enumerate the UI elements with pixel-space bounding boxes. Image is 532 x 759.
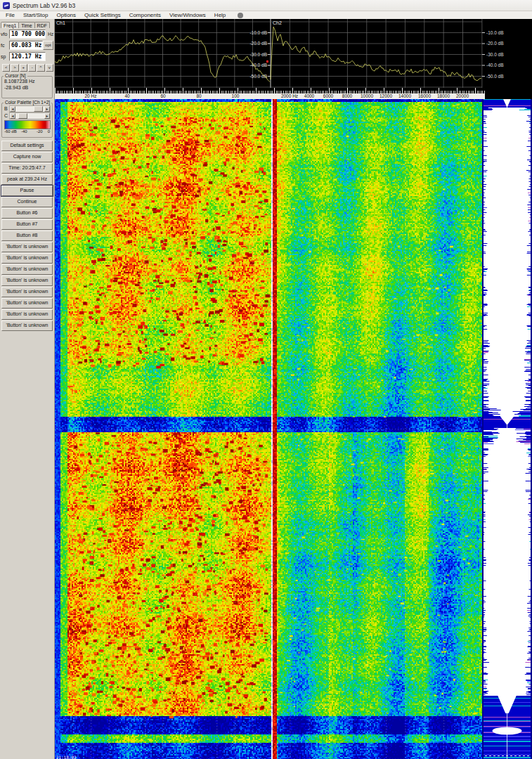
freq-down-button[interactable]: v bbox=[46, 64, 53, 72]
scale-minus20: -20 bbox=[37, 129, 43, 134]
ch2-tick-8000: 8000 bbox=[342, 93, 352, 99]
ch2-tick-20000: 20000 bbox=[456, 93, 469, 99]
freq-minus-button[interactable]: - bbox=[28, 64, 36, 72]
ch1-tick-20hz: 20 Hz bbox=[85, 93, 97, 99]
scale-minus40: -40 bbox=[21, 129, 27, 134]
sp-label: sp bbox=[1, 54, 9, 59]
contrast-right-arrow-icon[interactable]: ► bbox=[44, 113, 50, 119]
unknown-button-4[interactable]: 'Button' is unknown bbox=[1, 275, 53, 286]
ch1-db-20: -20.0 dB bbox=[249, 41, 267, 46]
cursor-groupbox: Cursor [N] 8.1087238 Hz -28.943 dB bbox=[1, 76, 53, 98]
ch1-db-10: -10.0 dB bbox=[249, 30, 267, 35]
menu-options[interactable]: Options bbox=[53, 12, 79, 18]
waterfall-area: 21:18:02 bbox=[55, 99, 532, 759]
unknown-button-5[interactable]: 'Button' is unknown bbox=[1, 287, 53, 297]
default-settings-button[interactable]: Default settings bbox=[1, 141, 53, 151]
ch2-tick-10000: 10000 bbox=[361, 93, 373, 99]
unknown-button-7[interactable]: 'Button' is unknown bbox=[1, 309, 53, 320]
freq-left-button[interactable]: < bbox=[2, 64, 10, 72]
contrast-left-arrow-icon[interactable]: ◄ bbox=[10, 113, 15, 119]
ch2-tick-12000: 12000 bbox=[379, 93, 392, 99]
ch2-db-10: -10.0 dB bbox=[486, 30, 504, 35]
ch1-db-50: -50.0 dB bbox=[249, 74, 267, 79]
fc-input[interactable]: 60.083 Hz bbox=[9, 41, 43, 50]
contrast-slider-row: C ◄ ► bbox=[4, 112, 51, 119]
peak-button[interactable]: peak at 239.24 Hz bbox=[1, 174, 53, 185]
brightness-thumb[interactable] bbox=[34, 106, 43, 112]
vfo-label: vfo bbox=[1, 32, 9, 37]
ch2-db-40: -40.0 dB bbox=[486, 63, 504, 67]
menu-help[interactable]: Help bbox=[211, 12, 229, 18]
fc-label: fc bbox=[1, 43, 9, 48]
palette-gradient bbox=[4, 120, 51, 129]
tab-time[interactable]: Time bbox=[18, 22, 34, 28]
menu-quick-settings[interactable]: Quick Settings bbox=[81, 12, 124, 18]
ch2-db-50: -50.0 dB bbox=[486, 74, 504, 79]
freq-plus-button[interactable]: + bbox=[20, 64, 27, 72]
ch1-db-30: -30.0 dB bbox=[249, 52, 267, 57]
time-button[interactable]: Time: 20:25:47.7 bbox=[1, 163, 53, 174]
main-display-area: Ch1 Ch2 -10.0 dB -20.0 dB -30.0 dB -40.0… bbox=[55, 19, 532, 759]
palette-scale: -60 dB -40 -20 0 bbox=[4, 129, 51, 135]
tab-freq1[interactable]: Freq1 bbox=[1, 22, 19, 28]
ch2-label: Ch2 bbox=[273, 20, 282, 25]
cursor-group-title: Cursor [N] bbox=[4, 73, 27, 78]
freq-nav-buttons: < > + - ^ v bbox=[1, 64, 53, 72]
ch1-tick-40: 40 bbox=[124, 93, 129, 99]
status-circle-icon bbox=[238, 13, 243, 18]
brightness-slider-row: B ◄ ► bbox=[4, 105, 51, 112]
ch2-tick-18000: 18000 bbox=[437, 93, 450, 99]
menu-file[interactable]: File bbox=[2, 12, 18, 18]
capture-now-button[interactable]: Capture now bbox=[1, 152, 53, 162]
ch2-db-20: -20.0 dB bbox=[486, 41, 504, 46]
frequency-ruler[interactable]: 20 Hz 40 60 80 100 2000 Hz 4000 6000 800… bbox=[55, 88, 532, 99]
fc-row: fc 60.083 Hz opt bbox=[1, 40, 53, 51]
unknown-button-1[interactable]: 'Button' is unknown bbox=[1, 242, 53, 252]
ch2-tick-2000: 2000 Hz bbox=[281, 93, 298, 99]
button-8[interactable]: Button #8 bbox=[1, 231, 53, 241]
contrast-label: C bbox=[4, 113, 9, 118]
control-sidebar: Freq1 Time RDF vfo 10 700 000 Hz fc 60.0… bbox=[0, 19, 55, 759]
contrast-slider[interactable]: ◄ ► bbox=[9, 112, 51, 119]
menu-components[interactable]: Components bbox=[126, 12, 164, 18]
scale-minus60: -60 dB bbox=[4, 129, 17, 134]
spectrum-plot[interactable]: Ch1 Ch2 -10.0 dB -20.0 dB -30.0 dB -40.0… bbox=[55, 19, 532, 88]
ch2-tick-14000: 14000 bbox=[398, 93, 411, 99]
freq-right-button[interactable]: > bbox=[11, 64, 18, 72]
sidebar-button-list: Default settings Capture now Time: 20:25… bbox=[1, 141, 53, 331]
sp-row: sp 120.17 Hz bbox=[1, 51, 53, 62]
scale-zero: 0 bbox=[48, 129, 50, 134]
waterfall-display[interactable] bbox=[55, 99, 482, 759]
vfo-unit: Hz bbox=[46, 32, 53, 37]
amplitude-strip[interactable] bbox=[482, 99, 532, 759]
ch1-tick-60: 60 bbox=[160, 93, 165, 99]
vfo-input[interactable]: 10 700 000 bbox=[9, 30, 46, 39]
menu-view-windows[interactable]: View/Windows bbox=[166, 12, 209, 18]
unknown-button-6[interactable]: 'Button' is unknown bbox=[1, 298, 53, 309]
ch2-tick-4000: 4000 bbox=[304, 93, 314, 99]
sp-input[interactable]: 120.17 Hz bbox=[9, 52, 46, 61]
menu-start-stop[interactable]: Start/Stop bbox=[20, 12, 52, 18]
unknown-button-3[interactable]: 'Button' is unknown bbox=[1, 264, 53, 275]
unknown-button-8[interactable]: 'Button' is unknown bbox=[1, 320, 53, 331]
palette-group-title: Color Palette [Ch 1+2] bbox=[4, 100, 51, 105]
vfo-row: vfo 10 700 000 Hz bbox=[1, 29, 53, 39]
freq-up-button[interactable]: ^ bbox=[37, 64, 44, 72]
tab-rdf[interactable]: RDF bbox=[34, 22, 50, 28]
contrast-thumb[interactable] bbox=[18, 113, 27, 119]
button-7[interactable]: Button #7 bbox=[1, 219, 53, 230]
brightness-left-arrow-icon[interactable]: ◄ bbox=[10, 106, 15, 112]
brightness-right-arrow-icon[interactable]: ► bbox=[44, 106, 50, 112]
app-icon bbox=[3, 2, 10, 9]
ch2-tick-6000: 6000 bbox=[323, 93, 333, 99]
ch1-tick-80: 80 bbox=[196, 93, 201, 99]
pause-button[interactable]: Pause bbox=[1, 186, 53, 196]
freq-tabs: Freq1 Time RDF bbox=[1, 20, 53, 28]
ch1-tick-100: 100 bbox=[232, 93, 240, 99]
ch2-db-scale: -10.0 dB -20.0 dB -30.0 dB -40.0 dB -50.… bbox=[486, 30, 504, 79]
continue-button[interactable]: Continue bbox=[1, 197, 53, 207]
brightness-slider[interactable]: ◄ ► bbox=[9, 105, 51, 112]
unknown-button-2[interactable]: 'Button' is unknown bbox=[1, 253, 53, 264]
button-6[interactable]: Button #6 bbox=[1, 208, 53, 219]
opt-button[interactable]: opt bbox=[43, 41, 53, 50]
